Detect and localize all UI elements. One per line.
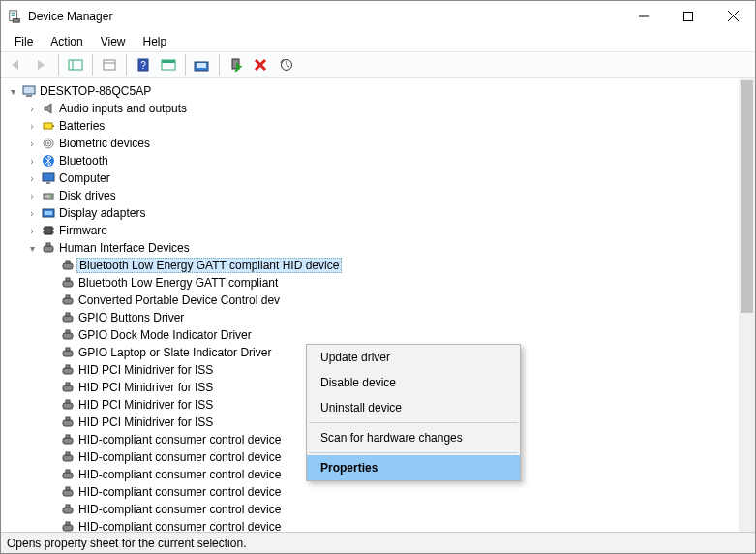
svg-rect-58 — [66, 383, 70, 385]
monitor-icon — [40, 171, 57, 185]
svg-rect-60 — [66, 400, 70, 403]
tree-item-hid-device[interactable]: GPIO Buttons Driver — [5, 309, 740, 326]
battery-icon — [40, 119, 57, 133]
menu-update-driver[interactable]: Update driver — [307, 345, 520, 370]
svg-rect-53 — [63, 351, 73, 356]
tree-category-biometric[interactable]: ›Biometric devices — [5, 135, 740, 152]
tree-item-hid-device[interactable]: Bluetooth Low Energy GATT compliant — [5, 274, 740, 292]
computer-root-icon — [20, 84, 38, 98]
tree-item-label: HID PCI Minidriver for ISS — [76, 363, 213, 377]
properties-button[interactable] — [98, 53, 121, 77]
svg-rect-72 — [66, 505, 70, 508]
hid-device-icon — [59, 520, 76, 532]
tree-item-hid-device[interactable]: HID-compliant consumer control device — [5, 518, 740, 532]
scan-hardware-button[interactable] — [275, 53, 298, 77]
svg-rect-65 — [63, 455, 73, 461]
close-button[interactable] — [711, 1, 755, 31]
hid-device-icon — [59, 293, 76, 307]
menu-action[interactable]: Action — [43, 34, 90, 49]
menu-bar: File Action View Help — [1, 31, 755, 51]
svg-rect-45 — [63, 281, 73, 287]
tree-item-label: HID-compliant consumer control device — [76, 433, 281, 446]
expand-icon[interactable]: ▾ — [24, 243, 40, 254]
svg-rect-50 — [66, 313, 70, 316]
svg-rect-73 — [63, 525, 73, 531]
tree-category-hid[interactable]: ▾Human Interface Devices — [5, 239, 740, 257]
tree-category-display[interactable]: ›Display adapters — [5, 204, 740, 222]
menu-scan-hardware[interactable]: Scan for hardware changes — [307, 425, 520, 450]
hid-device-icon — [59, 468, 76, 481]
svg-rect-54 — [66, 348, 70, 351]
svg-rect-61 — [63, 420, 73, 426]
svg-rect-63 — [63, 438, 73, 444]
tree-item-label: Bluetooth Low Energy GATT compliant — [76, 276, 278, 290]
toolbar: ? — [1, 51, 755, 78]
hid-icon — [40, 241, 57, 255]
svg-rect-23 — [26, 95, 32, 97]
minimize-button[interactable] — [621, 1, 666, 31]
svg-rect-74 — [66, 522, 70, 525]
svg-rect-48 — [66, 295, 70, 298]
forward-button[interactable] — [30, 53, 53, 77]
svg-rect-47 — [63, 298, 73, 304]
expand-icon[interactable]: ▾ — [5, 86, 20, 97]
svg-rect-42 — [46, 243, 50, 246]
enable-device-button[interactable] — [225, 53, 248, 77]
tree-item-hid-device[interactable]: GPIO Dock Mode Indicator Driver — [5, 326, 740, 344]
menu-properties[interactable]: Properties — [307, 455, 520, 480]
chip-icon — [40, 224, 57, 237]
tree-category-firmware[interactable]: ›Firmware — [5, 222, 740, 239]
hid-device-icon — [59, 450, 76, 464]
svg-rect-71 — [63, 508, 73, 513]
tree-category-bluetooth[interactable]: ›Bluetooth — [5, 152, 740, 169]
svg-rect-52 — [66, 330, 70, 333]
disk-icon — [40, 189, 57, 202]
hid-device-icon — [59, 416, 76, 429]
hid-device-icon — [59, 276, 76, 290]
tree-category-batteries[interactable]: ›Batteries — [5, 117, 740, 135]
tree-item-label: Bluetooth Low Energy GATT compliant HID … — [76, 258, 342, 273]
hid-device-icon — [59, 503, 76, 516]
svg-rect-49 — [63, 316, 73, 322]
device-manager-window: Device Manager File Action View Help ? — [0, 0, 756, 554]
menu-disable-device[interactable]: Disable device — [307, 370, 520, 395]
tree-item-hid-device[interactable]: Bluetooth Low Energy GATT compliant HID … — [5, 257, 740, 274]
tree-category-computer[interactable]: ›Computer — [5, 169, 740, 187]
svg-point-33 — [50, 196, 52, 198]
scrollbar-thumb[interactable] — [741, 80, 753, 313]
svg-rect-66 — [66, 452, 70, 455]
title-bar: Device Manager — [1, 1, 755, 31]
tree-item-label: GPIO Dock Mode Indicator Driver — [76, 328, 252, 342]
vertical-scrollbar[interactable] — [739, 78, 755, 532]
svg-rect-57 — [63, 385, 73, 391]
context-menu: Update driver Disable device Uninstall d… — [306, 344, 521, 481]
tree-item-hid-device[interactable]: Converted Portable Device Control dev — [5, 292, 740, 309]
svg-rect-51 — [63, 333, 73, 339]
menu-help[interactable]: Help — [136, 34, 175, 49]
tree-category-audio[interactable]: ›Audio inputs and outputs — [5, 100, 740, 117]
tree-item-hid-device[interactable]: HID-compliant consumer control device — [5, 501, 740, 518]
tree-item-label: HID-compliant consumer control device — [76, 485, 281, 499]
svg-rect-64 — [66, 435, 70, 438]
update-driver-button[interactable] — [191, 53, 214, 77]
svg-point-28 — [47, 142, 49, 144]
tree-root[interactable]: ▾ DESKTOP-86QC5AP — [5, 82, 740, 100]
tree-item-hid-device[interactable]: HID-compliant consumer control device — [5, 483, 740, 501]
tree-item-label: GPIO Buttons Driver — [76, 311, 184, 324]
menu-view[interactable]: View — [93, 34, 134, 49]
menu-uninstall-device[interactable]: Uninstall device — [307, 395, 520, 420]
hid-device-icon — [59, 363, 76, 377]
status-bar: Opens property sheet for the current sel… — [1, 532, 755, 553]
svg-rect-46 — [66, 278, 70, 281]
action-bar-button[interactable] — [157, 53, 180, 77]
uninstall-device-button[interactable] — [250, 53, 273, 77]
back-button[interactable] — [5, 53, 28, 77]
svg-rect-1 — [12, 12, 15, 14]
maximize-button[interactable] — [666, 1, 711, 31]
menu-file[interactable]: File — [7, 34, 41, 49]
tree-category-disk[interactable]: ›Disk drives — [5, 187, 740, 204]
show-hide-tree-button[interactable] — [64, 53, 87, 77]
svg-rect-55 — [63, 368, 73, 374]
help-button[interactable]: ? — [132, 53, 155, 77]
status-text: Opens property sheet for the current sel… — [7, 537, 246, 550]
